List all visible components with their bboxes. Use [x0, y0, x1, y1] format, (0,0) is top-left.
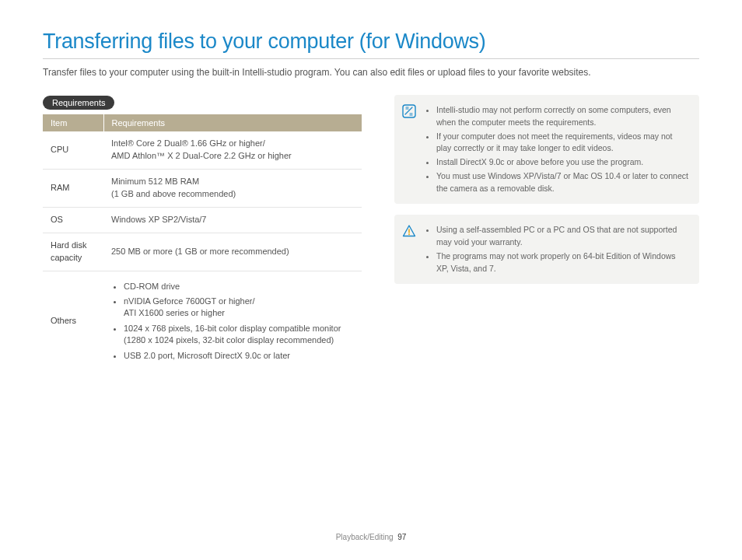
list-item: Using a self-assembled PC or a PC and OS… [436, 224, 688, 249]
title-rule [43, 58, 699, 59]
content-columns: Requirements Item Requirements CPU Intel… [43, 95, 699, 371]
footer: Playback/Editing 97 [0, 533, 742, 541]
svg-point-2 [408, 234, 410, 236]
cell-value: Intel® Core 2 Dual® 1.66 GHz or higher/ … [103, 131, 362, 169]
note-list: Using a self-assembled PC or a PC and OS… [424, 222, 688, 276]
list-item: USB 2.0 port, Microsoft DirectX 9.0c or … [124, 350, 354, 362]
list-item: CD-ROM drive [124, 281, 354, 292]
table-row: Others CD-ROM drive nVIDIA Geforce 7600G… [43, 271, 362, 371]
cell-label: RAM [43, 169, 103, 207]
page-title: Transferring files to your computer (for… [43, 30, 699, 54]
right-column: Intelli-studio may not perform correctly… [394, 95, 699, 371]
th-item: Item [43, 114, 103, 131]
th-req: Requirements [103, 114, 362, 131]
list-item: If your computer does not meet the requi… [436, 131, 688, 156]
warning-box: Using a self-assembled PC or a PC and OS… [394, 215, 699, 284]
note-list: Intelli-studio may not perform correctly… [424, 103, 688, 196]
cell-label: CPU [43, 131, 103, 169]
cell-value: CD-ROM drive nVIDIA Geforce 7600GT or hi… [103, 271, 362, 371]
cell-value: 250 MB or more (1 GB or more recommended… [103, 233, 362, 271]
note-icon [402, 103, 416, 196]
others-list: CD-ROM drive nVIDIA Geforce 7600GT or hi… [111, 281, 354, 362]
cell-value: Minimum 512 MB RAM (1 GB and above recom… [103, 169, 362, 207]
cell-value: Windows XP SP2/Vista/7 [103, 207, 362, 233]
list-item: 1024 x 768 pixels, 16-bit color display … [124, 323, 354, 347]
cell-label: Others [43, 271, 103, 371]
list-item: nVIDIA Geforce 7600GT or higher/ ATI X16… [124, 296, 354, 320]
note-box: Intelli-studio may not perform correctly… [394, 95, 699, 204]
cell-label: Hard disk capacity [43, 233, 103, 271]
table-row: RAM Minimum 512 MB RAM (1 GB and above r… [43, 169, 362, 207]
list-item: You must use Windows XP/Vista/7 or Mac O… [436, 170, 688, 195]
intro-text: Transfer files to your computer using th… [43, 67, 699, 78]
cell-label: OS [43, 207, 103, 233]
page-number: 97 [397, 533, 406, 541]
list-item: Intelli-studio may not perform correctly… [436, 104, 688, 129]
left-column: Requirements Item Requirements CPU Intel… [43, 95, 362, 371]
list-item: The programs may not work properly on 64… [436, 250, 688, 275]
requirements-badge: Requirements [43, 96, 114, 110]
table-row: OS Windows XP SP2/Vista/7 [43, 207, 362, 233]
svg-rect-0 [403, 105, 415, 117]
table-row: CPU Intel® Core 2 Dual® 1.66 GHz or high… [43, 131, 362, 169]
list-item: Install DirectX 9.0c or above before you… [436, 156, 688, 169]
footer-section: Playback/Editing [336, 533, 394, 541]
requirements-table: Item Requirements CPU Intel® Core 2 Dual… [43, 114, 362, 371]
table-row: Hard disk capacity 250 MB or more (1 GB … [43, 233, 362, 271]
warning-icon [402, 222, 416, 276]
